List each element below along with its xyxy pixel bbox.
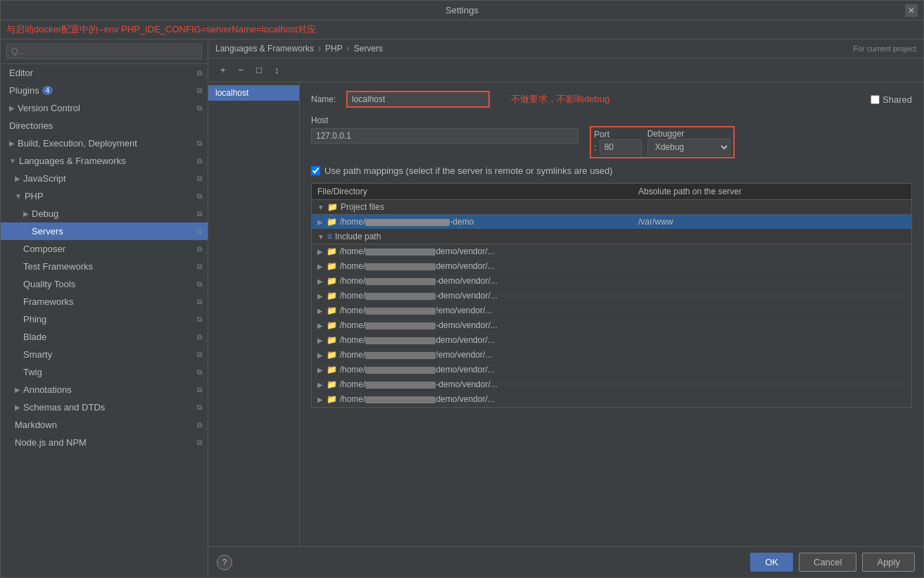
- sidebar-item-blade[interactable]: Blade ⧉: [1, 328, 208, 346]
- close-button[interactable]: ✕: [905, 4, 918, 17]
- chevron-down-icon: ▼: [9, 157, 16, 165]
- blurred-path: [365, 219, 450, 226]
- copy-icon11: ⧉: [197, 263, 202, 271]
- path-mappings-table: File/Directory Absolute path on the serv…: [311, 183, 912, 408]
- host-input[interactable]: [311, 128, 578, 144]
- table-body: ▼ 📁 Project files ▶ 📁 /home/-demo: [312, 200, 911, 407]
- expand-icon7: ▶: [317, 337, 323, 344]
- table-row[interactable]: ▶ 📁 /home/demo/vendor/...: [312, 259, 911, 274]
- table-row[interactable]: ▶ 📁 /home/-demo/vendor/...: [312, 289, 911, 303]
- folder-i11: 📁: [327, 394, 337, 404]
- table-row[interactable]: ▶ 📁 /home/!emo/vendor/...: [312, 348, 911, 363]
- debugger-group: Debugger Xdebug Zend Debugger: [647, 129, 730, 156]
- copy-server-button[interactable]: □: [251, 63, 267, 77]
- help-button[interactable]: ?: [217, 555, 232, 570]
- sidebar-item-directories[interactable]: Directories: [1, 117, 208, 134]
- table-row[interactable]: ▶ 📁 /home/-demo/vendor/...: [312, 274, 911, 289]
- apply-button[interactable]: Apply: [862, 553, 915, 572]
- sidebar-item-debug[interactable]: ▶ Debug ⧉: [1, 205, 208, 222]
- move-server-button[interactable]: ↕: [270, 63, 284, 77]
- sidebar-item-build[interactable]: ▶ Build, Execution, Deployment ⧉: [1, 134, 208, 152]
- name-input[interactable]: [348, 92, 488, 106]
- debugger-label: Debugger: [647, 129, 730, 139]
- table-row[interactable]: ▶ 📁 /home/demo/vendor/...: [312, 244, 911, 259]
- expand-icon10: ▶: [317, 381, 323, 389]
- ok-button[interactable]: OK: [750, 553, 793, 572]
- copy-icon6: ⧉: [197, 175, 202, 183]
- search-box[interactable]: [1, 39, 208, 64]
- folder-i7: 📁: [327, 335, 337, 345]
- table-row[interactable]: ▶ 📁 /home/demo/vendor/...: [312, 392, 911, 407]
- table-row[interactable]: ▶ 📁 /home/-demo/vendor/...: [312, 377, 911, 392]
- copy-icon8: ⧉: [197, 210, 202, 218]
- title-bar: Settings ✕: [1, 1, 923, 20]
- server-list: localhost: [208, 82, 300, 546]
- window-title: Settings: [445, 5, 479, 15]
- name-input-container: [346, 91, 490, 108]
- add-server-button[interactable]: +: [215, 63, 231, 77]
- remove-server-button[interactable]: −: [234, 63, 249, 77]
- cancel-button[interactable]: Cancel: [799, 553, 856, 572]
- sidebar-item-frameworks[interactable]: Frameworks ⧉: [1, 293, 208, 310]
- sidebar-item-smarty[interactable]: Smarty ⧉: [1, 346, 208, 363]
- folder-icon-project: 📁: [327, 202, 338, 212]
- debugger-select[interactable]: Xdebug Zend Debugger: [647, 139, 730, 156]
- expand-icon6: ▶: [317, 322, 323, 329]
- copy-icon17: ⧉: [197, 368, 202, 377]
- sidebar-item-markdown[interactable]: Markdown ⧉: [1, 416, 208, 434]
- host-label: Host: [311, 115, 329, 125]
- sidebar-item-version-control[interactable]: ▶ Version Control ⧉: [1, 99, 208, 117]
- sidebar-item-languages[interactable]: ▼ Languages & Frameworks ⧉: [1, 152, 208, 170]
- main-area: Editor ⧉ Plugins 4 ⧉ ▶ Version Control ⧉: [1, 39, 923, 577]
- name-label: Name:: [311, 94, 346, 104]
- project-note: For current project: [853, 44, 916, 53]
- table-row[interactable]: ▶ 📁 /home/demo/vendor/...: [312, 333, 911, 348]
- blur11: [365, 396, 436, 403]
- settings-panel: Name: 不做要求，不影响debug Shared: [300, 82, 923, 546]
- sidebar-item-plugins[interactable]: Plugins 4 ⧉: [1, 82, 208, 99]
- sidebar-item-phing[interactable]: Phing ⧉: [1, 310, 208, 328]
- sidebar-item-annotations[interactable]: ▶ Annotations ⧉: [1, 381, 208, 398]
- port-input[interactable]: [600, 139, 642, 155]
- copy-icon7: ⧉: [197, 192, 202, 201]
- server-item-localhost[interactable]: localhost: [208, 85, 299, 101]
- sidebar: Editor ⧉ Plugins 4 ⧉ ▶ Version Control ⧉: [1, 39, 208, 577]
- search-input[interactable]: [6, 44, 202, 59]
- chevron-right-icon4: ▶: [23, 210, 29, 218]
- sidebar-item-servers[interactable]: Servers ⧉: [1, 222, 208, 240]
- sidebar-item-composer[interactable]: Composer ⧉: [1, 240, 208, 258]
- blur3: [365, 278, 436, 285]
- sidebar-item-quality-tools[interactable]: Quality Tools ⧉: [1, 275, 208, 293]
- annotation-text: 与启动docker配置中的--env PHP_IDE_CONFIG=server…: [6, 24, 316, 34]
- copy-icon18: ⧉: [197, 386, 202, 394]
- path-mappings-label: Use path mappings (select if the server …: [324, 165, 613, 176]
- expand-icon8: ▶: [317, 351, 323, 359]
- folder-icon-row: 📁: [327, 217, 337, 227]
- project-files-header: ▼ 📁 Project files: [312, 200, 911, 215]
- blur9: [365, 367, 436, 374]
- sidebar-item-php[interactable]: ▼ PHP ⧉: [1, 187, 208, 205]
- sidebar-item-nodejs[interactable]: Node.js and NPM ⧉: [1, 434, 208, 451]
- folder-i1: 📁: [327, 246, 337, 256]
- name-row: Name: 不做要求，不影响debug Shared: [311, 91, 912, 108]
- table-row[interactable]: ▶ 📁 /home/-demo/vendor/...: [312, 318, 911, 333]
- expand-icon5: ▶: [317, 307, 323, 315]
- shared-checkbox[interactable]: [871, 95, 880, 104]
- include-path-header: ▼ ≡ Include path: [312, 230, 911, 244]
- path-mappings-checkbox[interactable]: [311, 166, 320, 175]
- project-files-label: Project files: [341, 202, 384, 212]
- copy-icon14: ⧉: [197, 315, 202, 324]
- table-row[interactable]: ▶ 📁 /home/demo/vendor/...: [312, 363, 911, 377]
- table-header: File/Directory Absolute path on the serv…: [312, 184, 911, 200]
- port-label: Port: [594, 130, 642, 139]
- sidebar-item-test-frameworks[interactable]: Test Frameworks ⧉: [1, 258, 208, 275]
- shared-label: Shared: [882, 94, 912, 105]
- sidebar-item-javascript[interactable]: ▶ JavaScript ⧉: [1, 170, 208, 187]
- sidebar-item-editor[interactable]: Editor ⧉: [1, 64, 208, 82]
- sidebar-item-twig[interactable]: Twig ⧉: [1, 363, 208, 381]
- expand-icon9: ▶: [317, 366, 323, 374]
- table-row[interactable]: ▶ 📁 /home/!emo/vendor/...: [312, 303, 911, 318]
- sidebar-item-schemas[interactable]: ▶ Schemas and DTDs ⧉: [1, 398, 208, 416]
- project-abs-path-cell: /var/www: [638, 217, 906, 227]
- project-row[interactable]: ▶ 📁 /home/-demo /var/www: [312, 215, 911, 230]
